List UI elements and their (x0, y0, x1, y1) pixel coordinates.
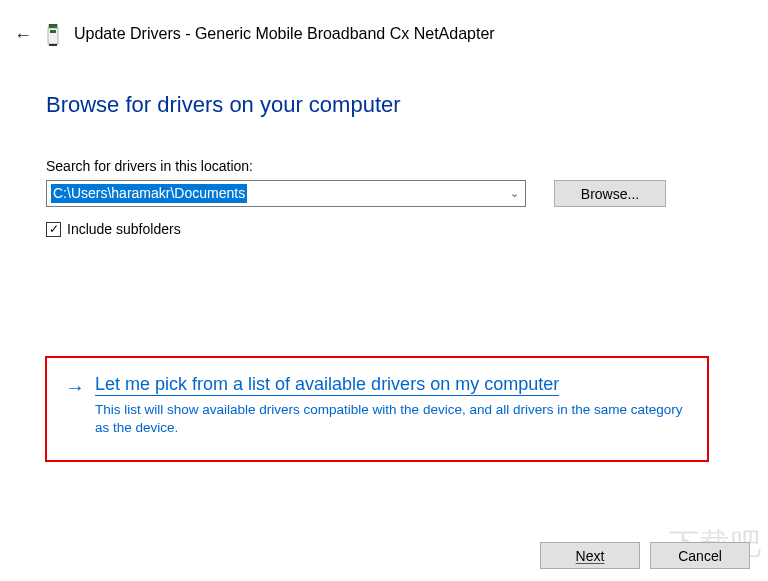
pick-from-list-desc: This list will show available drivers co… (95, 401, 685, 437)
browse-button[interactable]: Browse... (554, 180, 666, 207)
wizard-content: Browse for drivers on your computer Sear… (0, 46, 768, 237)
search-label: Search for drivers in this location: (46, 158, 722, 174)
svg-rect-3 (49, 44, 57, 46)
next-button[interactable]: Next (540, 542, 640, 569)
chevron-down-icon[interactable]: ⌄ (510, 187, 519, 200)
include-subfolders-row[interactable]: ✓ Include subfolders (46, 221, 722, 237)
device-icon (46, 24, 60, 46)
back-arrow-icon[interactable]: ← (14, 22, 32, 44)
cancel-button[interactable]: Cancel (650, 542, 750, 569)
svg-rect-2 (50, 30, 56, 33)
include-subfolders-label: Include subfolders (67, 221, 181, 237)
page-heading: Browse for drivers on your computer (46, 92, 722, 118)
include-subfolders-checkbox[interactable]: ✓ (46, 222, 61, 237)
bottom-button-bar: Next Cancel (540, 542, 750, 569)
pick-from-list-option[interactable]: → Let me pick from a list of available d… (45, 356, 709, 462)
wizard-header: ← Update Drivers - Generic Mobile Broadb… (0, 0, 768, 46)
pick-from-list-title: Let me pick from a list of available dri… (95, 374, 559, 396)
svg-rect-0 (49, 24, 57, 28)
path-row: C:\Users\haramakr\Documents ⌄ Browse... (46, 180, 722, 207)
arrow-right-icon: → (65, 377, 85, 397)
path-value: C:\Users\haramakr\Documents (51, 184, 247, 203)
wizard-title: Update Drivers - Generic Mobile Broadban… (74, 25, 495, 43)
path-combobox[interactable]: C:\Users\haramakr\Documents ⌄ (46, 180, 526, 207)
